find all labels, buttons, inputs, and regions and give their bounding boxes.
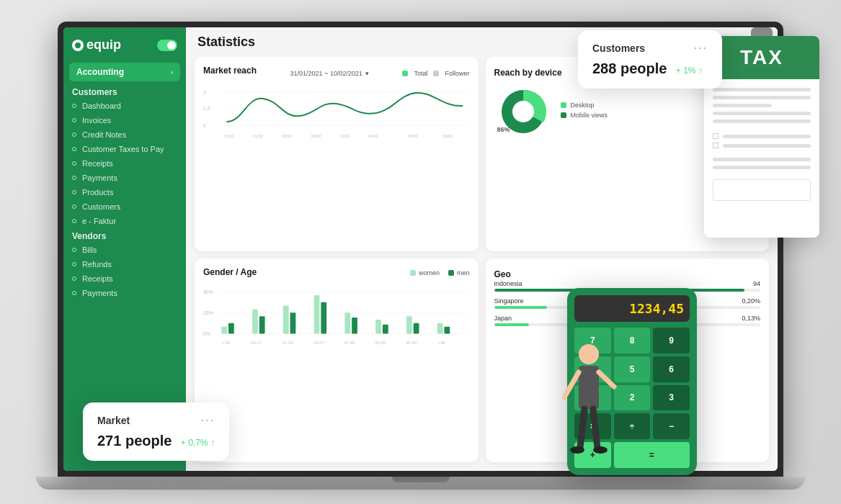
svg-rect-36 [414, 323, 419, 333]
svg-point-47 [579, 344, 599, 364]
payments-dot-icon [72, 176, 76, 180]
calc-btn-8: 8 [614, 328, 651, 354]
customers-count: 288 people [592, 60, 667, 76]
gender-age-card: Gender / Age women men [195, 258, 479, 463]
svg-line-51 [580, 409, 584, 448]
sidebar-logo: equip [63, 27, 186, 60]
customers-group-label: Customers [63, 84, 186, 99]
donut-legend: Desktop Mobile views [561, 102, 608, 122]
gender-age-chart: 40% 20% 0% [203, 287, 470, 355]
svg-text:24-27: 24-27 [313, 341, 324, 345]
svg-text:3: 3 [203, 90, 206, 95]
sidebar-item-receipts[interactable]: Receipts [63, 156, 186, 171]
calc-btn-minus: − [653, 413, 690, 439]
receipts-dot-icon [72, 161, 76, 166]
clipboard-line-5 [713, 120, 811, 123]
svg-text:01/02: 01/02 [253, 134, 263, 138]
clipboard-line-2 [713, 96, 811, 99]
vendors-group-label: Vendors [63, 228, 186, 243]
sidebar-item-invoices[interactable]: Invoices [63, 113, 186, 127]
date-range: 31/01/2021 ~ 10/02/2021 ▾ [290, 70, 369, 77]
app-logo: equip [72, 37, 121, 53]
market-reach-card: Market reach 31/01/2021 ~ 10/02/2021 ▾ T… [195, 57, 479, 251]
customers-card-menu-icon[interactable]: ··· [694, 42, 708, 55]
bills-dot-icon [72, 248, 76, 252]
sidebar-item-products[interactable]: Products [63, 185, 186, 199]
svg-rect-31 [344, 312, 350, 333]
svg-point-54 [593, 446, 608, 454]
market-count: 271 people [97, 433, 172, 449]
svg-text:0: 0 [203, 123, 206, 128]
clipboard-content [704, 79, 819, 238]
customer-taxes-dot-icon [72, 147, 76, 151]
svg-text:1,5: 1,5 [203, 106, 210, 111]
sidebar-item-bills[interactable]: Bills [63, 243, 186, 257]
svg-rect-34 [383, 324, 388, 333]
calc-btn-divide: ÷ [614, 413, 651, 439]
svg-rect-28 [290, 312, 296, 333]
clipboard-checkbox-1 [713, 133, 811, 139]
donut-percent: 86% [497, 126, 510, 133]
credit-notes-dot-icon [72, 132, 76, 137]
svg-line-49 [564, 372, 579, 397]
svg-point-16 [512, 101, 534, 122]
svg-rect-27 [283, 305, 289, 333]
customers-card-title: Customers [592, 42, 645, 54]
sidebar-item-payments[interactable]: Payments [63, 171, 186, 185]
tax-label: TAX [740, 46, 783, 69]
svg-rect-35 [406, 316, 412, 333]
chart-legend: Total Follower [402, 70, 469, 77]
clipboard-line-4 [713, 112, 811, 115]
sidebar-item-vendor-receipts[interactable]: Receipts [63, 271, 186, 286]
svg-point-53 [570, 446, 584, 454]
sidebar-item-credit-notes[interactable]: Credit Notes [63, 127, 186, 142]
floating-market-card: Market ··· 271 people + 0,7% ↑ [83, 402, 229, 461]
market-card-menu-icon[interactable]: ··· [201, 414, 215, 427]
calc-btn-5: 5 [614, 356, 651, 382]
svg-text:< 18: < 18 [221, 341, 230, 345]
floating-customers-card: Customers ··· 288 people + 1% ↑ [578, 30, 722, 89]
svg-rect-25 [252, 309, 258, 333]
geo-title: Geo [494, 269, 511, 279]
svg-text:05/02: 05/02 [409, 134, 419, 138]
sidebar-item-customer-taxes[interactable]: Customer Taxes to Pay [63, 142, 186, 156]
sidebar-item-customers[interactable]: Customers [63, 199, 186, 214]
dashboard-dot-icon [72, 104, 76, 108]
donut-chart: 86% [494, 83, 552, 140]
svg-text:04/02: 04/02 [368, 134, 378, 138]
svg-rect-37 [437, 323, 443, 333]
sidebar-item-efaktur[interactable]: e - Faktur [63, 214, 186, 228]
svg-text:27-30: 27-30 [344, 341, 355, 345]
market-change: + 0,7% ↑ [181, 438, 215, 448]
svg-rect-32 [352, 318, 357, 333]
svg-rect-48 [579, 366, 599, 409]
calculator-display: 1234,45 [574, 295, 690, 322]
accounting-button[interactable]: Accounting › [69, 63, 180, 81]
sidebar-item-dashboard[interactable]: Dashboard [63, 99, 186, 113]
svg-rect-29 [314, 294, 320, 333]
svg-text:20%: 20% [203, 310, 213, 315]
customers-dot-icon [72, 204, 76, 209]
person-illustration [560, 333, 618, 477]
svg-text:31/01: 31/01 [339, 134, 350, 138]
gender-age-title: Gender / Age [203, 267, 257, 277]
svg-rect-30 [321, 302, 326, 333]
svg-rect-38 [444, 326, 450, 333]
svg-text:21-24: 21-24 [282, 341, 294, 345]
svg-rect-24 [228, 323, 234, 333]
customers-change: + 1% ↑ [676, 66, 703, 76]
svg-text:30-35: 30-35 [375, 341, 386, 345]
clipboard-signature-box [713, 179, 811, 201]
laptop-base [36, 477, 805, 490]
vendor-payments-dot-icon [72, 291, 76, 295]
calc-btn-2: 2 [614, 385, 651, 411]
svg-text:03/02: 03/02 [311, 134, 321, 138]
sidebar-toggle[interactable] [157, 40, 177, 51]
clipboard-line-6 [713, 158, 811, 161]
svg-text:31/01: 31/01 [225, 134, 235, 138]
sidebar-item-vendor-payments[interactable]: Payments [63, 286, 186, 300]
calc-btn-3: 3 [653, 385, 690, 411]
sidebar-item-refunds[interactable]: Refunds [63, 257, 186, 271]
gender-legend: women men [410, 269, 470, 276]
calc-btn-equals: = [614, 442, 690, 468]
